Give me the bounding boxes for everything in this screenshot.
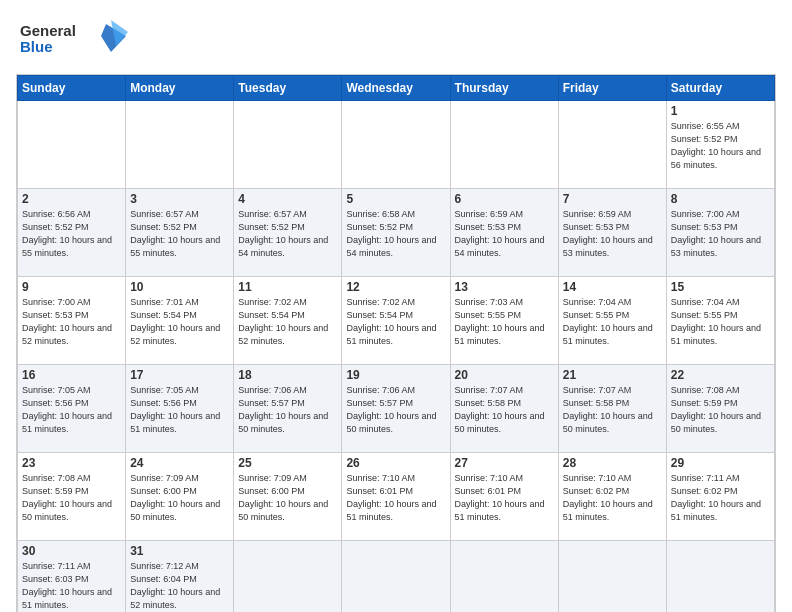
day-cell-10: 10 Sunrise: 7:01 AMSunset: 5:54 PMDaylig… <box>126 277 234 365</box>
day-cell-22: 22 Sunrise: 7:08 AMSunset: 5:59 PMDaylig… <box>666 365 774 453</box>
day-cell-17: 17 Sunrise: 7:05 AMSunset: 5:56 PMDaylig… <box>126 365 234 453</box>
day-number: 5 <box>346 192 445 206</box>
day-cell-24: 24 Sunrise: 7:09 AMSunset: 6:00 PMDaylig… <box>126 453 234 541</box>
day-info: Sunrise: 7:05 AMSunset: 5:56 PMDaylight:… <box>130 384 229 436</box>
week-row-5: 23 Sunrise: 7:08 AMSunset: 5:59 PMDaylig… <box>18 453 775 541</box>
day-number: 13 <box>455 280 554 294</box>
day-info: Sunrise: 7:00 AMSunset: 5:53 PMDaylight:… <box>22 296 121 348</box>
empty-cell <box>558 101 666 189</box>
day-cell-23: 23 Sunrise: 7:08 AMSunset: 5:59 PMDaylig… <box>18 453 126 541</box>
logo: General Blue <box>16 16 136 64</box>
empty-cell <box>234 101 342 189</box>
empty-cell <box>450 541 558 613</box>
day-number: 24 <box>130 456 229 470</box>
day-number: 15 <box>671 280 770 294</box>
day-info: Sunrise: 7:10 AMSunset: 6:01 PMDaylight:… <box>346 472 445 524</box>
day-info: Sunrise: 7:10 AMSunset: 6:02 PMDaylight:… <box>563 472 662 524</box>
logo-icon: General Blue <box>16 16 136 60</box>
day-info: Sunrise: 6:56 AMSunset: 5:52 PMDaylight:… <box>22 208 121 260</box>
day-info: Sunrise: 7:10 AMSunset: 6:01 PMDaylight:… <box>455 472 554 524</box>
empty-cell <box>666 541 774 613</box>
day-cell-19: 19 Sunrise: 7:06 AMSunset: 5:57 PMDaylig… <box>342 365 450 453</box>
day-header-sunday: Sunday <box>18 76 126 101</box>
day-cell-25: 25 Sunrise: 7:09 AMSunset: 6:00 PMDaylig… <box>234 453 342 541</box>
day-header-thursday: Thursday <box>450 76 558 101</box>
calendar: SundayMondayTuesdayWednesdayThursdayFrid… <box>16 74 776 612</box>
day-info: Sunrise: 7:11 AMSunset: 6:02 PMDaylight:… <box>671 472 770 524</box>
svg-text:Blue: Blue <box>20 38 53 55</box>
day-header-saturday: Saturday <box>666 76 774 101</box>
week-row-2: 2 Sunrise: 6:56 AMSunset: 5:52 PMDayligh… <box>18 189 775 277</box>
day-cell-16: 16 Sunrise: 7:05 AMSunset: 5:56 PMDaylig… <box>18 365 126 453</box>
day-number: 28 <box>563 456 662 470</box>
day-number: 22 <box>671 368 770 382</box>
day-info: Sunrise: 7:06 AMSunset: 5:57 PMDaylight:… <box>238 384 337 436</box>
day-info: Sunrise: 7:02 AMSunset: 5:54 PMDaylight:… <box>238 296 337 348</box>
day-info: Sunrise: 7:01 AMSunset: 5:54 PMDaylight:… <box>130 296 229 348</box>
day-number: 14 <box>563 280 662 294</box>
day-info: Sunrise: 6:59 AMSunset: 5:53 PMDaylight:… <box>563 208 662 260</box>
day-cell-14: 14 Sunrise: 7:04 AMSunset: 5:55 PMDaylig… <box>558 277 666 365</box>
day-info: Sunrise: 6:57 AMSunset: 5:52 PMDaylight:… <box>130 208 229 260</box>
day-number: 20 <box>455 368 554 382</box>
day-cell-11: 11 Sunrise: 7:02 AMSunset: 5:54 PMDaylig… <box>234 277 342 365</box>
day-number: 3 <box>130 192 229 206</box>
week-row-1: 1 Sunrise: 6:55 AMSunset: 5:52 PMDayligh… <box>18 101 775 189</box>
empty-cell <box>342 101 450 189</box>
day-cell-28: 28 Sunrise: 7:10 AMSunset: 6:02 PMDaylig… <box>558 453 666 541</box>
day-info: Sunrise: 7:07 AMSunset: 5:58 PMDaylight:… <box>455 384 554 436</box>
day-cell-30: 30 Sunrise: 7:11 AMSunset: 6:03 PMDaylig… <box>18 541 126 613</box>
day-info: Sunrise: 7:04 AMSunset: 5:55 PMDaylight:… <box>563 296 662 348</box>
day-info: Sunrise: 7:12 AMSunset: 6:04 PMDaylight:… <box>130 560 229 612</box>
empty-cell <box>558 541 666 613</box>
day-cell-3: 3 Sunrise: 6:57 AMSunset: 5:52 PMDayligh… <box>126 189 234 277</box>
day-cell-15: 15 Sunrise: 7:04 AMSunset: 5:55 PMDaylig… <box>666 277 774 365</box>
day-cell-18: 18 Sunrise: 7:06 AMSunset: 5:57 PMDaylig… <box>234 365 342 453</box>
week-row-4: 16 Sunrise: 7:05 AMSunset: 5:56 PMDaylig… <box>18 365 775 453</box>
day-info: Sunrise: 7:09 AMSunset: 6:00 PMDaylight:… <box>238 472 337 524</box>
day-number: 1 <box>671 104 770 118</box>
day-number: 12 <box>346 280 445 294</box>
day-cell-21: 21 Sunrise: 7:07 AMSunset: 5:58 PMDaylig… <box>558 365 666 453</box>
day-info: Sunrise: 6:59 AMSunset: 5:53 PMDaylight:… <box>455 208 554 260</box>
day-info: Sunrise: 7:09 AMSunset: 6:00 PMDaylight:… <box>130 472 229 524</box>
day-info: Sunrise: 7:07 AMSunset: 5:58 PMDaylight:… <box>563 384 662 436</box>
day-info: Sunrise: 6:57 AMSunset: 5:52 PMDaylight:… <box>238 208 337 260</box>
day-number: 31 <box>130 544 229 558</box>
day-cell-9: 9 Sunrise: 7:00 AMSunset: 5:53 PMDayligh… <box>18 277 126 365</box>
day-header-monday: Monday <box>126 76 234 101</box>
day-info: Sunrise: 6:58 AMSunset: 5:52 PMDaylight:… <box>346 208 445 260</box>
day-number: 29 <box>671 456 770 470</box>
day-info: Sunrise: 7:06 AMSunset: 5:57 PMDaylight:… <box>346 384 445 436</box>
day-cell-29: 29 Sunrise: 7:11 AMSunset: 6:02 PMDaylig… <box>666 453 774 541</box>
header: General Blue <box>16 16 776 64</box>
week-row-3: 9 Sunrise: 7:00 AMSunset: 5:53 PMDayligh… <box>18 277 775 365</box>
day-info: Sunrise: 6:55 AMSunset: 5:52 PMDaylight:… <box>671 120 770 172</box>
day-number: 21 <box>563 368 662 382</box>
day-number: 6 <box>455 192 554 206</box>
empty-cell <box>342 541 450 613</box>
day-number: 7 <box>563 192 662 206</box>
day-number: 17 <box>130 368 229 382</box>
week-row-6: 30 Sunrise: 7:11 AMSunset: 6:03 PMDaylig… <box>18 541 775 613</box>
day-number: 16 <box>22 368 121 382</box>
day-info: Sunrise: 7:03 AMSunset: 5:55 PMDaylight:… <box>455 296 554 348</box>
day-info: Sunrise: 7:08 AMSunset: 5:59 PMDaylight:… <box>22 472 121 524</box>
day-cell-20: 20 Sunrise: 7:07 AMSunset: 5:58 PMDaylig… <box>450 365 558 453</box>
day-cell-2: 2 Sunrise: 6:56 AMSunset: 5:52 PMDayligh… <box>18 189 126 277</box>
day-cell-5: 5 Sunrise: 6:58 AMSunset: 5:52 PMDayligh… <box>342 189 450 277</box>
day-number: 18 <box>238 368 337 382</box>
day-number: 23 <box>22 456 121 470</box>
day-cell-31: 31 Sunrise: 7:12 AMSunset: 6:04 PMDaylig… <box>126 541 234 613</box>
day-number: 4 <box>238 192 337 206</box>
calendar-table: SundayMondayTuesdayWednesdayThursdayFrid… <box>17 75 775 612</box>
day-cell-26: 26 Sunrise: 7:10 AMSunset: 6:01 PMDaylig… <box>342 453 450 541</box>
svg-text:General: General <box>20 22 76 39</box>
day-info: Sunrise: 7:11 AMSunset: 6:03 PMDaylight:… <box>22 560 121 612</box>
empty-cell <box>450 101 558 189</box>
day-info: Sunrise: 7:04 AMSunset: 5:55 PMDaylight:… <box>671 296 770 348</box>
header-row: SundayMondayTuesdayWednesdayThursdayFrid… <box>18 76 775 101</box>
day-number: 2 <box>22 192 121 206</box>
day-number: 9 <box>22 280 121 294</box>
day-cell-12: 12 Sunrise: 7:02 AMSunset: 5:54 PMDaylig… <box>342 277 450 365</box>
